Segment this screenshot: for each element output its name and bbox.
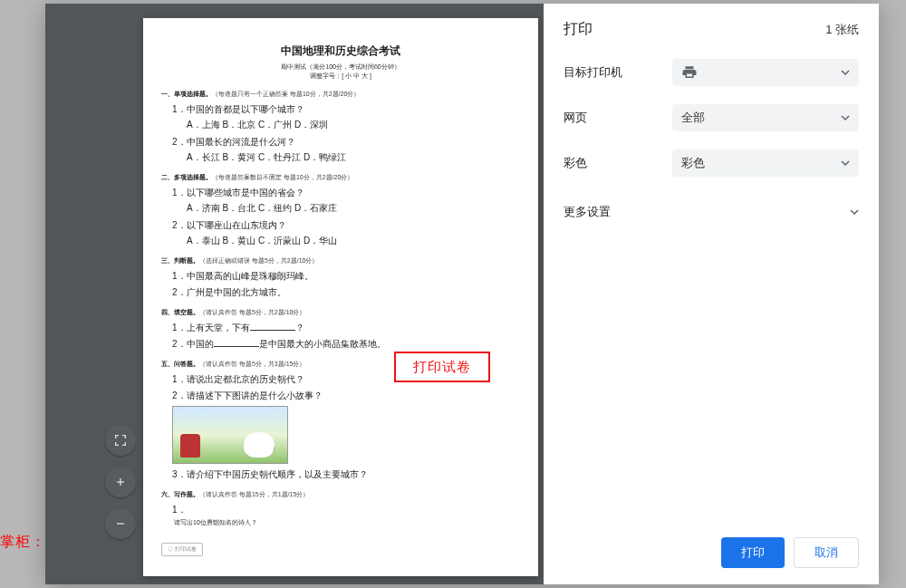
page-tag: ◇ 打印试卷 <box>161 543 203 556</box>
more-settings-label: 更多设置 <box>564 204 611 220</box>
question-options: A．泰山 B．黄山 C．沂蒙山 D．华山 <box>187 234 520 247</box>
color-row: 彩色 彩色 <box>564 149 859 177</box>
preview-page: 中国地理和历史综合考试 期中测试（满分100分，考试时间60分钟） 调整字号：[… <box>143 18 538 576</box>
preview-toolbar <box>105 425 136 539</box>
cancel-button[interactable]: 取消 <box>794 537 859 568</box>
zoom-in-button[interactable] <box>105 467 136 497</box>
section-1-header: 一、单项选择题。（每道题只有一个正确答案 每题10分，共2题/20分） <box>161 90 520 99</box>
pages-label: 网页 <box>564 110 672 126</box>
destination-row: 目标打印机 <box>564 59 859 86</box>
section-2-header: 二、多项选择题。（每道题答案数目不固定 每题10分，共2题/20分） <box>161 173 520 182</box>
question-options: A．济南 B．台北 C．纽约 D．石家庄 <box>187 201 520 215</box>
question: 1．以下哪些城市是中国的省会？ <box>172 186 520 199</box>
question-options: A．长江 B．黄河 C．牡丹江 D．鸭绿江 <box>187 150 520 164</box>
doc-subtitle-2: 调整字号：[ 小 中 大 ] <box>161 72 520 81</box>
sheet-count: 1 张纸 <box>825 22 859 38</box>
printer-icon <box>681 64 698 81</box>
pages-select[interactable]: 全部 <box>672 104 859 131</box>
print-preview-pane: 中国地理和历史综合考试 期中测试（满分100分，考试时间60分钟） 调整字号：[… <box>45 4 544 584</box>
question: 2．中国最长的河流是什么河？ <box>172 135 520 149</box>
question: 1．上有天堂，下有？ <box>172 321 520 334</box>
more-settings-toggle[interactable]: 更多设置 <box>564 198 859 226</box>
question: 3．请介绍下中国历史朝代顺序，以及主要城市？ <box>172 468 520 481</box>
panel-title: 打印 <box>564 20 593 39</box>
chevron-down-icon <box>850 207 859 217</box>
doc-subtitle-1: 期中测试（满分100分，考试时间60分钟） <box>161 63 520 72</box>
chevron-down-icon <box>841 68 850 77</box>
destination-label: 目标打印机 <box>564 64 672 81</box>
pages-value: 全部 <box>681 110 705 126</box>
pages-row: 网页 全部 <box>564 104 859 131</box>
panel-footer: 打印 取消 <box>564 537 859 568</box>
color-value: 彩色 <box>681 155 705 171</box>
destination-select[interactable] <box>672 59 859 86</box>
section-3-header: 三、判断题。（选择正确或错误 每题5分，共2题/10分） <box>161 256 520 265</box>
print-settings-panel: 打印 1 张纸 目标打印机 网页 全部 彩色 彩色 <box>544 4 879 584</box>
color-label: 彩色 <box>564 155 672 171</box>
print-button[interactable]: 打印 <box>721 537 785 568</box>
question-options: A．上海 B．北京 C．广州 D．深圳 <box>187 118 520 131</box>
question-image <box>172 406 288 464</box>
fit-page-button[interactable] <box>105 425 136 456</box>
writing-prompt: 请写出10位唐朝知名的诗人？ <box>174 518 520 527</box>
color-select[interactable]: 彩色 <box>672 149 859 177</box>
section-6-header: 六、写作题。（请认真作答 每题15分，共1题/15分） <box>161 490 520 499</box>
question: 2．以下哪座山在山东境内？ <box>172 218 520 232</box>
question: 1． <box>172 503 520 516</box>
question: 2．广州是中国的北方城市。 <box>172 285 520 299</box>
chevron-down-icon <box>841 113 850 122</box>
question: 1．中国的首都是以下哪个城市？ <box>172 102 520 116</box>
chevron-down-icon <box>841 159 850 168</box>
red-annotation-box: 打印试卷 <box>394 352 490 382</box>
question: 2．请描述下下图讲的是什么小故事？ <box>172 389 520 402</box>
doc-title: 中国地理和历史综合考试 <box>161 43 520 59</box>
zoom-out-button[interactable] <box>105 508 136 539</box>
section-4-header: 四、填空题。（请认真作答 每题5分，共2题/10分） <box>161 308 520 317</box>
question: 1．中国最高的山峰是珠穆朗玛峰。 <box>172 269 520 283</box>
print-dialog: 中国地理和历史综合考试 期中测试（满分100分，考试时间60分钟） 调整字号：[… <box>45 4 879 584</box>
question: 2．中国的是中国最大的小商品集散基地。 <box>172 337 520 351</box>
